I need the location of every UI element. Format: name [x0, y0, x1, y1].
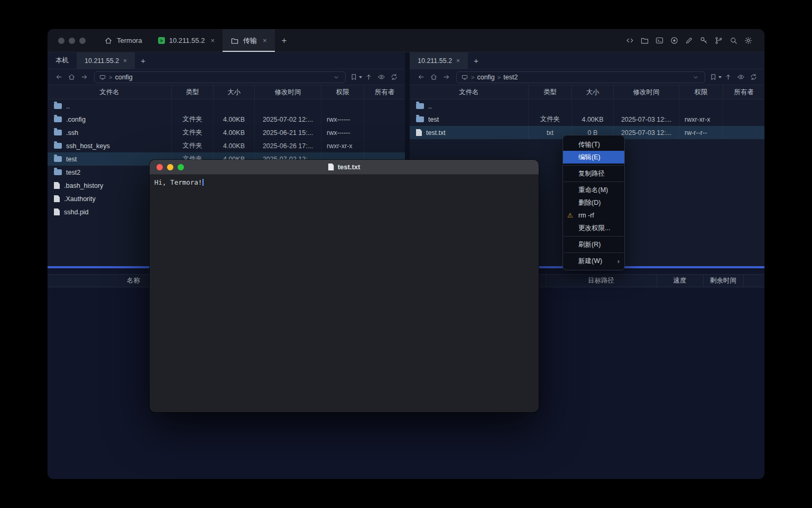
minimize-button[interactable]	[69, 38, 75, 44]
menu-separator	[564, 236, 624, 237]
close-tab-icon[interactable]: ×	[456, 57, 460, 65]
new-tab-button[interactable]: +	[275, 29, 294, 52]
column-header-modified[interactable]: 修改时间	[614, 85, 679, 99]
folder-icon	[416, 116, 424, 122]
column-header-permissions[interactable]: 权限	[679, 85, 723, 99]
right-refresh-button[interactable]	[747, 71, 760, 83]
branch-icon[interactable]	[714, 36, 723, 45]
close-button[interactable]	[156, 164, 163, 170]
right-path-bar[interactable]: >config>test2	[456, 71, 705, 83]
right-parent-dir-button[interactable]	[722, 71, 734, 83]
folder-icon	[230, 37, 239, 45]
right-bookmark-button[interactable]	[709, 71, 722, 83]
column-header-modified[interactable]: 修改时间	[255, 85, 321, 99]
transfer-column-header-speed[interactable]: 速度	[657, 275, 703, 287]
right-path-dropdown-button[interactable]	[691, 71, 700, 83]
path-segment[interactable]: test2	[503, 74, 518, 81]
file-row-ssh_host_keys[interactable]: ssh_host_keys文件夹4.00KB2025-06-26 17:...r…	[48, 139, 405, 152]
menu-item-change-permissions[interactable]: 更改权限...	[563, 222, 624, 234]
menu-item-delete[interactable]: 删除(D)	[563, 196, 624, 209]
column-header-size[interactable]: 大小	[572, 85, 614, 99]
left-parent-dir-button[interactable]	[362, 71, 375, 83]
column-header-type[interactable]: 类型	[172, 85, 214, 99]
path-segment[interactable]: config	[477, 74, 494, 81]
left-new-tab-button[interactable]: +	[135, 52, 151, 69]
menu-item-refresh[interactable]: 刷新(R)	[563, 238, 624, 251]
right-home-button[interactable]	[427, 71, 440, 83]
caret-down-icon	[359, 76, 362, 78]
left-path-dropdown-button[interactable]	[331, 71, 341, 83]
home-icon	[104, 37, 113, 45]
bookmark-icon	[350, 73, 358, 81]
arrow-right-icon	[442, 73, 450, 81]
tab-label: 10.211.55.2	[85, 57, 119, 65]
close-button[interactable]	[58, 38, 64, 44]
folder-icon[interactable]	[640, 36, 649, 45]
folder-icon	[54, 130, 62, 135]
maximize-button[interactable]	[178, 164, 184, 170]
editor-content[interactable]: Hi, Termora!	[150, 175, 539, 190]
close-tab-icon[interactable]: ×	[263, 37, 267, 44]
menu-item-rm-rf[interactable]: ⚠rm -rf	[563, 209, 624, 222]
close-tab-icon[interactable]: ×	[210, 37, 215, 44]
left-bookmark-button[interactable]	[349, 71, 362, 83]
file-name: .ssh	[66, 129, 78, 137]
left-home-button[interactable]	[65, 71, 78, 83]
menu-item-new[interactable]: 新建(W)›	[563, 255, 624, 267]
app-tab-2[interactable]: 传输×	[223, 29, 275, 52]
arrow-up-icon	[724, 73, 732, 81]
console-icon[interactable]	[655, 36, 664, 45]
file-type-cell	[529, 99, 572, 113]
left-refresh-button[interactable]	[387, 71, 400, 83]
menu-item-label: 重命名(M)	[578, 186, 608, 195]
menu-item-label: 复制路径	[578, 169, 605, 178]
column-header-name[interactable]: 文件名	[410, 85, 529, 99]
file-type-cell: 文件夹	[529, 113, 572, 126]
folder-icon	[416, 103, 424, 109]
column-header-owner[interactable]: 所有者	[723, 85, 764, 99]
file-row-test[interactable]: test文件夹4.00KB2025-07-03 12:...rwxr-xr-x	[410, 113, 764, 126]
code-icon[interactable]	[625, 36, 634, 45]
file-size-cell: 4.00KB	[572, 113, 614, 126]
close-tab-icon[interactable]: ×	[123, 57, 127, 65]
file-row-.config[interactable]: .config文件夹4.00KB2025-07-02 12:...rwx----…	[48, 113, 405, 126]
left-forward-button[interactable]	[78, 71, 90, 83]
app-tab-1[interactable]: >10.211.55.2×	[150, 29, 223, 52]
column-header-type[interactable]: 类型	[529, 85, 572, 99]
right-new-tab-button[interactable]: +	[468, 52, 484, 69]
menu-item-edit[interactable]: 编辑(E)	[563, 151, 624, 164]
right-back-button[interactable]	[414, 71, 427, 83]
menu-item-transfer[interactable]: 传输(T)	[563, 138, 624, 151]
transfer-column-header-target-path[interactable]: 目标路径	[546, 275, 657, 287]
path-segment[interactable]: config	[115, 74, 132, 81]
app-tab-0[interactable]: Termora	[96, 29, 150, 52]
transfer-column-header-remaining-time[interactable]: 剩余时间	[703, 275, 743, 287]
column-divider	[743, 275, 744, 287]
minimize-button[interactable]	[167, 164, 173, 170]
file-name-cell: .ssh	[48, 126, 172, 139]
edit-icon[interactable]	[685, 36, 694, 45]
column-header-permissions[interactable]: 权限	[321, 85, 364, 99]
record-icon[interactable]	[670, 36, 679, 45]
column-header-size[interactable]: 大小	[214, 85, 255, 99]
column-header-name[interactable]: 文件名	[48, 85, 172, 99]
menu-item-copy-path[interactable]: 复制路径	[563, 167, 624, 180]
left-show-hidden-button[interactable]	[375, 71, 387, 83]
column-header-owner[interactable]: 所有者	[364, 85, 405, 99]
left-tab-0[interactable]: 本机	[48, 52, 77, 69]
right-tab-0[interactable]: 10.211.55.2×	[410, 52, 468, 69]
file-row-..[interactable]: ..	[410, 99, 764, 113]
file-row-..[interactable]: ..	[48, 99, 405, 113]
left-back-button[interactable]	[52, 71, 65, 83]
maximize-button[interactable]	[79, 38, 86, 44]
left-path-bar[interactable]: >config	[94, 71, 346, 83]
settings-icon[interactable]	[744, 36, 753, 45]
editor-window: test.txt Hi, Termora!	[150, 160, 539, 412]
right-forward-button[interactable]	[440, 71, 453, 83]
key-icon[interactable]	[699, 36, 708, 45]
search-icon[interactable]	[729, 36, 738, 45]
left-tab-1[interactable]: 10.211.55.2×	[77, 52, 135, 69]
menu-item-rename[interactable]: 重命名(M)	[563, 184, 624, 196]
right-show-hidden-button[interactable]	[734, 71, 747, 83]
file-row-.ssh[interactable]: .ssh文件夹4.00KB2025-06-21 15:...rwx------	[48, 126, 405, 139]
